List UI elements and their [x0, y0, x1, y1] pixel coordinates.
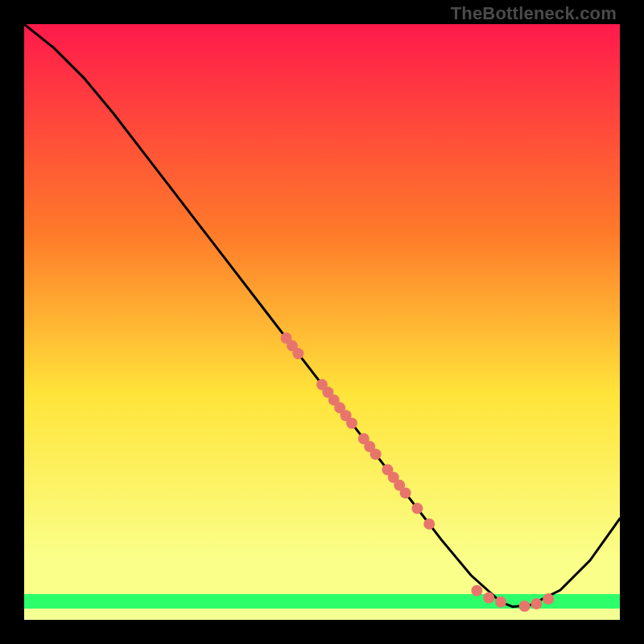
bottom-strip [24, 609, 620, 620]
data-point [495, 597, 506, 608]
watermark-text: TheBottleneck.com [451, 3, 617, 24]
data-point [519, 601, 530, 612]
plot-frame [24, 24, 620, 620]
data-point [370, 448, 382, 460]
data-point [346, 418, 357, 429]
data-point [423, 518, 435, 530]
data-point [543, 593, 554, 605]
data-point [411, 503, 423, 514]
data-point [292, 348, 303, 359]
data-point [400, 487, 411, 498]
green-band [24, 594, 620, 609]
data-point [530, 598, 542, 609]
plot-svg [24, 24, 620, 620]
data-point [471, 585, 482, 597]
data-point [483, 592, 494, 604]
